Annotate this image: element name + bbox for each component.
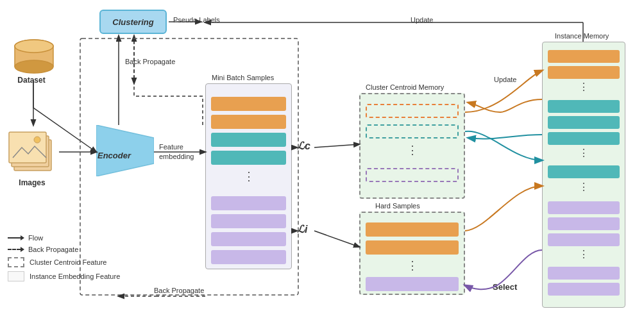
im-dots-3: ⋮	[543, 182, 625, 192]
mini-batch-bar-teal-2	[211, 151, 286, 165]
ccm-label: Cluster Centroid Memory	[366, 83, 444, 91]
diagram: Dataset Images Encoder Clustering Pseudo…	[0, 0, 644, 327]
encoder-label: Encoder	[97, 151, 131, 160]
ccm-bar-teal-dashed	[366, 124, 459, 138]
update-mid-label: Update	[494, 76, 516, 83]
mini-batch-dots-1: ⋮	[206, 171, 291, 182]
im-bar-p1	[548, 201, 620, 214]
ccm-dots: ⋮	[360, 144, 464, 156]
mini-batch-box: ⋮	[205, 83, 292, 269]
im-bar-o1	[548, 50, 620, 63]
back-prop-top-label: Back Propagate	[125, 58, 175, 65]
select-label: Select	[493, 282, 517, 292]
back-prop-bottom-label: Back Propagate	[154, 287, 204, 294]
im-bar-o2	[548, 66, 620, 79]
mini-batch-label: Mini Batch Samples	[212, 74, 274, 81]
svg-line-17	[314, 144, 359, 147]
im-bar-t1	[548, 100, 620, 113]
clustering-label: Clustering	[112, 17, 153, 27]
svg-rect-8	[9, 132, 46, 163]
legend-backprop: Back Propagate	[8, 246, 136, 253]
im-bar-p2	[548, 217, 620, 230]
svg-point-5	[15, 40, 53, 53]
dataset-icon	[12, 38, 56, 74]
ccm-bar-orange-dashed	[366, 104, 459, 118]
mini-batch-bar-purple-2	[211, 214, 286, 228]
im-bar-p4	[548, 267, 620, 280]
mini-batch-bar-purple-3	[211, 232, 286, 246]
svg-point-9	[34, 137, 40, 143]
ccm-box: ⋮	[359, 93, 465, 199]
hard-samples-box: ⋮	[359, 212, 465, 295]
im-bar-p5	[548, 283, 620, 296]
loss-li-label: ℒi	[297, 223, 307, 235]
im-label: Instance Memory	[555, 32, 609, 40]
hs-dots: ⋮	[360, 260, 464, 271]
images-icon	[6, 128, 58, 176]
update-top-label: Update	[411, 16, 433, 24]
legend-ief-label: Instance Embedding Feature	[30, 272, 120, 280]
mini-batch-bar-purple-4	[211, 250, 286, 264]
im-box: ⋮ ⋮ ⋮ ⋮	[542, 42, 625, 308]
ccm-bar-purple-dashed	[366, 168, 459, 182]
mini-batch-bar-purple-1	[211, 196, 286, 210]
im-dots-2: ⋮	[543, 148, 625, 158]
im-bar-t2	[548, 116, 620, 129]
legend-backprop-label: Back Propagate	[28, 246, 78, 253]
legend-ief-box	[8, 271, 24, 281]
mini-batch-bar-orange-1	[211, 97, 286, 111]
legend-ccf-box	[8, 257, 24, 267]
legend-ief: Instance Embedding Feature	[8, 271, 136, 281]
feature-embedding-label: Feature embedding	[159, 142, 194, 162]
legend-flow: Flow	[8, 234, 136, 242]
svg-point-2	[15, 60, 53, 73]
pseudo-labels-text: Pseudo Labels	[173, 16, 220, 24]
legend-ccf-label: Cluster Centroid Feature	[30, 258, 106, 266]
hs-bar-purple-1	[366, 277, 459, 291]
clustering-box: Clustering	[99, 10, 167, 34]
im-bar-p3	[548, 233, 620, 246]
dataset-label: Dataset	[9, 76, 54, 85]
images-label: Images	[13, 178, 51, 187]
im-bar-t4	[548, 165, 620, 178]
svg-line-18	[314, 231, 359, 247]
hard-samples-label: Hard Samples	[375, 202, 420, 210]
im-bar-t3	[548, 132, 620, 145]
im-dots-1: ⋮	[543, 82, 625, 92]
im-dots-4: ⋮	[543, 249, 625, 260]
legend-ccf: Cluster Centroid Feature	[8, 257, 136, 267]
mini-batch-bar-orange-2	[211, 115, 286, 129]
legend: Flow Back Propagate Cluster Centroid Fea…	[8, 234, 136, 285]
hs-bar-orange-2	[366, 240, 459, 255]
mini-batch-bar-teal-1	[211, 133, 286, 147]
legend-flow-label: Flow	[28, 234, 43, 242]
loss-lc-label: ℒc	[297, 140, 310, 152]
hs-bar-orange-1	[366, 222, 459, 237]
